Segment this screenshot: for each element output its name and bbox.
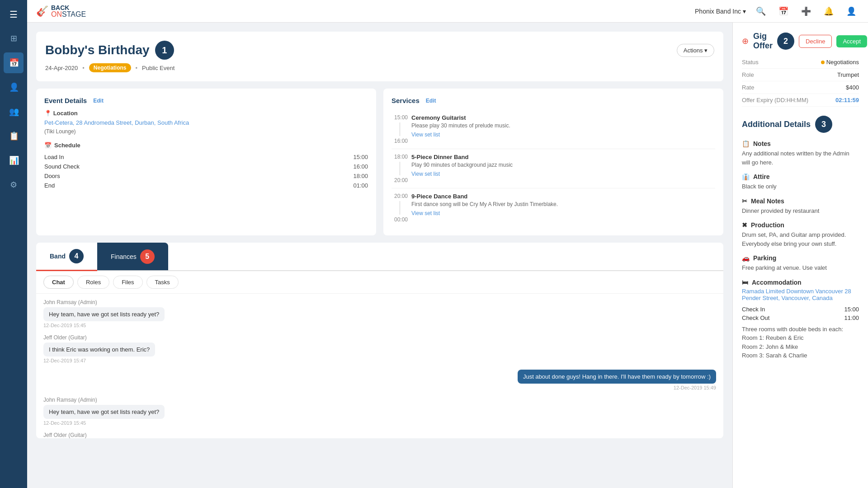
check-out-value: 11:00 — [844, 314, 859, 321]
tab-band[interactable]: Band 4 — [36, 243, 97, 271]
notifications-icon[interactable]: 🔔 — [821, 4, 836, 19]
actions-button[interactable]: Actions ▾ — [677, 44, 714, 57]
decline-button[interactable]: Decline — [799, 35, 832, 48]
service-item: 15:00 16:00 Ceremony Guitarist Please pl… — [392, 110, 715, 149]
event-meta: 24-Apr-2020 • Negotiations • Public Even… — [45, 63, 714, 72]
attire-text: Black tie only — [742, 182, 859, 191]
chat-message: Jeff Older (Guitar)I think Eric was work… — [43, 334, 716, 363]
rate-label: Rate — [742, 84, 754, 91]
sub-tab-tasks[interactable]: Tasks — [146, 276, 179, 289]
additional-badge: 3 — [815, 116, 832, 133]
sub-tab-chat[interactable]: Chat — [43, 276, 74, 289]
event-date: 24-Apr-2020 — [45, 65, 78, 71]
left-panel: Bobby's Birthday 1 Actions ▾ 24-Apr-2020… — [27, 23, 732, 488]
parking-text: Free parking at venue. Use valet — [742, 263, 859, 272]
expiry-value: 02:11:59 — [835, 97, 859, 103]
sidebar-people-icon[interactable]: 👥 — [4, 101, 24, 122]
chat-message: Jeff Older (Guitar)I think Eric was work… — [43, 432, 716, 438]
status-value: Negotiations — [821, 59, 859, 66]
topnav: 🎸 BACK ONSTAGE Phonix Band Inc ▾ 🔍 📅 ➕ 🔔… — [27, 0, 868, 23]
schedule-section: 📅 Schedule Load In15:00Sound Check16:00D… — [44, 142, 368, 190]
status-label: Status — [742, 59, 759, 66]
logo: 🎸 BACK ONSTAGE — [36, 5, 86, 18]
services-card: Services Edit 15:00 16:00 Ceremony Guita… — [383, 89, 723, 235]
event-details-title: Event Details — [44, 97, 87, 104]
event-header: Bobby's Birthday 1 Actions ▾ 24-Apr-2020… — [36, 32, 723, 81]
additional-details-section: Additional Details 3 📋Notes Any addition… — [742, 116, 859, 360]
event-badge-1: 1 — [155, 41, 174, 60]
services-edit[interactable]: Edit — [426, 98, 436, 104]
logo-back: BACK — [51, 5, 86, 11]
notes-text: Any additional notes written by the Admi… — [742, 149, 859, 167]
sidebar-list-icon[interactable]: 📋 — [4, 126, 24, 146]
role-value: Trumpet — [837, 71, 859, 78]
bottom-section: Band 4 Finances 5 ChatRolesFilesTasks Jo… — [36, 243, 723, 438]
calendar-icon[interactable]: 📅 — [776, 4, 791, 19]
main-tabs: Band 4 Finances 5 — [36, 243, 723, 271]
sidebar-person-icon[interactable]: 👤 — [4, 77, 24, 98]
rooms-text: Three rooms with double beds in each: Ro… — [742, 325, 859, 360]
rate-value: $400 — [846, 84, 859, 91]
schedule-title: Schedule — [54, 142, 80, 149]
services-list: 15:00 16:00 Ceremony Guitarist Please pl… — [392, 110, 715, 227]
production-text: Drum set, PA, and Guitar amp provided. E… — [742, 230, 859, 248]
search-icon[interactable]: 🔍 — [753, 4, 769, 19]
event-details-card: Event Details Edit 📍 Location Pet-Cetera… — [36, 89, 376, 235]
location-address[interactable]: Pet-Cetera, 28 Andromeda Street, Durban,… — [44, 118, 368, 127]
gig-offer-title: Gig Offer — [753, 32, 773, 51]
band-badge: 4 — [69, 249, 84, 263]
event-title: Bobby's Birthday — [45, 43, 150, 57]
accept-button[interactable]: Accept — [836, 35, 867, 47]
role-label: Role — [742, 71, 754, 78]
status-badge: Negotiations — [89, 63, 131, 72]
finances-badge: 5 — [140, 249, 155, 264]
sidebar-settings-icon[interactable]: ⚙ — [4, 174, 24, 195]
sub-tabs: ChatRolesFilesTasks — [36, 271, 723, 294]
chat-message: John Ramsay (Admin)Hey team, have we got… — [43, 299, 716, 328]
schedule-list: Load In15:00Sound Check16:00Doors18:00En… — [44, 152, 368, 190]
tab-finances[interactable]: Finances 5 — [97, 243, 168, 270]
schedule-item: Load In15:00 — [44, 152, 368, 162]
user-icon[interactable]: 👤 — [844, 4, 859, 19]
schedule-item: End01:00 — [44, 181, 368, 190]
chat-message: John Ramsay (Admin)Hey team, have we got… — [43, 397, 716, 426]
right-panel: ⊕ Gig Offer 2 Decline Accept Status Nego… — [732, 23, 868, 488]
schedule-item: Doors18:00 — [44, 171, 368, 181]
exclamation-icon: ⊕ — [742, 36, 749, 46]
chat-message: Just about done guys! Hang in there. I'l… — [43, 370, 716, 390]
check-out-label: Check Out — [742, 314, 769, 321]
meal-text: Dinner provided by restaurant — [742, 206, 859, 216]
logo-onstage: ONSTAGE — [51, 11, 86, 18]
gig-offer-section: ⊕ Gig Offer 2 Decline Accept Status Nego… — [742, 32, 859, 107]
hamburger-icon[interactable]: ☰ — [5, 5, 22, 24]
check-in-value: 15:00 — [844, 306, 859, 313]
event-type: Public Event — [142, 65, 175, 71]
sub-tab-files[interactable]: Files — [113, 276, 142, 289]
chat-area: John Ramsay (Admin)Hey team, have we got… — [36, 294, 723, 438]
sidebar-calendar-icon[interactable]: 📅 — [4, 52, 24, 73]
location-sub: (Tiki Lounge) — [44, 128, 368, 135]
schedule-item: Sound Check16:00 — [44, 162, 368, 171]
additional-title: Additional Details — [742, 120, 811, 129]
service-item: 20:00 00:00 9-Piece Dance Band First dan… — [392, 188, 715, 227]
service-item: 18:00 20:00 5-Piece Dinner Band Play 90 … — [392, 149, 715, 188]
add-icon[interactable]: ➕ — [798, 4, 814, 19]
event-details-edit[interactable]: Edit — [93, 98, 104, 104]
expiry-label: Offer Expiry (DD:HH:MM) — [742, 97, 808, 103]
sidebar: ☰ ⊞ 📅 👤 👥 📋 📊 ⚙ — [0, 0, 27, 488]
sidebar-chart-icon[interactable]: 📊 — [4, 150, 24, 171]
services-title: Services — [392, 97, 420, 104]
gig-offer-badge: 2 — [777, 33, 794, 50]
sidebar-grid-icon[interactable]: ⊞ — [4, 28, 24, 49]
accommodation-link[interactable]: Ramada Limited Downtown Vancouver 28 Pen… — [742, 288, 859, 301]
location-label: 📍 Location — [44, 110, 368, 117]
band-selector[interactable]: Phonix Band Inc ▾ — [695, 8, 746, 15]
check-in-label: Check In — [742, 306, 765, 313]
sub-tab-roles[interactable]: Roles — [77, 276, 109, 289]
